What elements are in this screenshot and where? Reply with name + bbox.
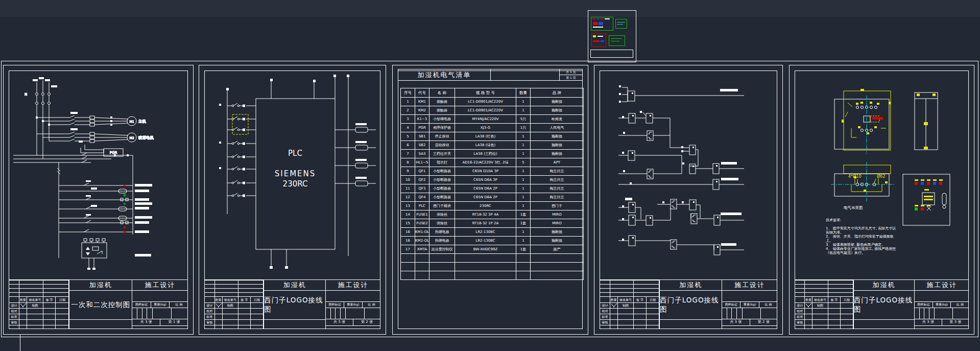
tb-label-sign: 签 字	[634, 297, 646, 303]
tb-label-standard: 标准	[795, 314, 805, 320]
tb-label-standard: 标准	[9, 314, 19, 320]
bom-row	[401, 254, 584, 263]
selection-highlight	[232, 114, 248, 134]
bom-row: 15FUSE2保险丝RT18-32 1P 2A1套MIRO	[401, 219, 584, 228]
tb-label-audit: 审核	[205, 320, 215, 325]
tb-label-standard: 标准	[600, 314, 610, 320]
tb-footer-cell	[854, 319, 914, 329]
tb-current-page: 第 3 张	[942, 319, 969, 325]
bom-row: 5SB1停止按钮LA38 (红色)1施耐德	[401, 132, 584, 141]
note-line: 2、 按钮、开关、指示灯均安装于箱体面板上。	[826, 235, 897, 243]
product-name: 加湿机	[264, 280, 325, 291]
tb-label-sign: 签 字	[43, 297, 56, 303]
bom-row: 10QF2小型断路器C65N D6A 3P1梅兰日兰	[401, 176, 584, 184]
note-line: 4、 箱体由专业厂家制造加工, 接线严格按照《低压电气规范》执行。	[826, 247, 897, 255]
tb-label-sign: 签 字	[238, 297, 250, 303]
leader-line	[20, 335, 20, 351]
preview-box-small-green	[615, 19, 627, 29]
sheet-2-siemens-logo-wiring: PLC SIEMENS 230RC	[199, 65, 386, 335]
panel-layout-indicators	[915, 179, 946, 210]
wire-number-labels	[135, 184, 152, 256]
tb-label-scale: 比 例	[951, 302, 969, 308]
tb-label-date: 日期	[250, 297, 263, 303]
tb-label-draw: 制图	[27, 303, 43, 309]
tb-label-mark: 图样标记	[326, 302, 344, 308]
bom-row: 14FUSE1保险丝RT18-32 3P 4A1套MIRO	[401, 210, 584, 219]
title-block: 数量 修改单号 签 字 日期 设计 制图 校对 标准	[795, 279, 969, 329]
signature-mark	[19, 303, 27, 308]
design-stage: 施工设计	[326, 280, 380, 291]
sheet-title: 一次和二次控制图	[69, 291, 132, 319]
tb-label-proof: 校对	[600, 309, 610, 314]
bom-table: 序号代号 名 称规 格 型 号 数量品 牌 1KM1接触器LC1-D0901/A…	[400, 88, 584, 280]
bom-row: 12QF4小型断路器C65N D6A 2P1梅兰日兰	[401, 193, 584, 202]
signature-mark	[805, 303, 812, 308]
cabinet-front-door	[842, 89, 891, 150]
bom-total-pages: 共 1 页	[560, 69, 582, 75]
bom-row: 6SB2启动按钮LA38 (绿色)1施耐德	[401, 141, 584, 150]
design-stage: 施工设计	[722, 280, 777, 291]
tb-label-proof: 校对	[205, 309, 215, 314]
revision-block: 数量 修改单号 签 字 日期 设计 制图 校对 标准	[600, 280, 660, 329]
bom-row: 16KM1-OL热继电器LR2-1308C1施耐德	[401, 228, 584, 237]
note-line: 1、 图中安装尺寸均为开孔尺寸, 实际尺寸以实物为准。	[826, 226, 897, 235]
tb-label-design: 设计	[9, 303, 19, 309]
bom-row: 13PLC西门子模块230RC1西门子	[401, 202, 584, 210]
tb-current-page: 第 2 张	[353, 319, 380, 325]
notes-title: 技术要求:	[826, 218, 897, 222]
tb-label-proof: 校对	[9, 309, 19, 314]
red-indicator-dot	[124, 231, 126, 233]
sheet-5-siemens-logo-wiring: 4*Ø10 Ø62	[789, 65, 974, 335]
tb-footer-cell	[69, 319, 132, 329]
sheet-title: 西门子LOGO接线图	[264, 291, 325, 319]
tb-label-audit: 审核	[795, 320, 805, 325]
title-block: 数量 修改单号 签 字 日期 设计 制图 校对 标准	[600, 279, 777, 329]
tb-current-page: 第 1 张	[160, 319, 188, 325]
tb-label-mark: 图样标记	[915, 302, 933, 308]
tb-label-weight: 重量(kg)	[151, 302, 170, 308]
cad-canvas: { "app": { "colors": {"background":"#222…	[0, 0, 980, 351]
revision-block: 数量 修改单号 签 字 日期 设计 制图 校对 标准	[9, 280, 69, 329]
tb-label-changeno: 修改单号	[222, 297, 238, 303]
sheet-2-plc-drawing: PLC SIEMENS 230RC	[205, 71, 381, 279]
tb-label-changeno: 修改单号	[617, 297, 633, 303]
tb-footer-cell	[264, 319, 325, 329]
tb-label-scale: 比 例	[170, 302, 188, 308]
tb-label-date: 日期	[56, 297, 69, 303]
tb-label-mark: 图样标记	[722, 302, 740, 308]
motor2-name: 喷雾电机	[138, 135, 154, 140]
tb-footer-cell	[660, 319, 722, 329]
bom-row	[401, 271, 584, 280]
svg-text:Ø62: Ø62	[877, 174, 885, 179]
bom-row: 7SA3三档位开关LA38 (三档位)1施耐德	[401, 150, 584, 158]
sheet-4-logic-drawing	[600, 71, 778, 279]
plc-brand-label: SIEMENS	[275, 169, 316, 178]
tb-mark-cells	[915, 308, 969, 319]
layout-caption: 电气布置图	[844, 205, 863, 210]
tb-mark-cells	[326, 308, 380, 319]
motor1-label: M1	[130, 120, 134, 123]
title-block: 数量 修改单号 签 字 日期 设计 制图 校对 标准	[9, 279, 188, 329]
tb-current-page: 第 2 张	[750, 319, 777, 325]
motor1-name: 主机	[138, 119, 147, 124]
revision-block: 数量 修改单号 签 字 日期 设计 制图 校对 标准	[204, 280, 264, 329]
bom-row: 17XMTA温湿度控制仪BW-XHDC99Z1套国产	[401, 245, 584, 254]
tb-label-qty: 数量	[19, 297, 27, 303]
bom-row: 1KM1接触器LC1-D0901/AC220V1施耐德	[401, 98, 584, 106]
bom-title: 加湿机电气清单	[398, 69, 491, 80]
tb-total-pages: 共 3 张	[132, 319, 160, 325]
tb-total-pages: 共 3 张	[915, 319, 942, 325]
tb-label-draw: 制图	[812, 303, 828, 309]
tb-label-qty: 数量	[610, 297, 617, 303]
layout-preview	[588, 10, 636, 62]
tb-total-pages: 共 3 张	[722, 319, 750, 325]
tb-label-qty: 数量	[214, 297, 222, 303]
tb-label-scale: 比 例	[759, 302, 777, 308]
tb-label-date: 日期	[840, 297, 853, 303]
bom-header-row: 序号代号 名 称规 格 型 号 数量品 牌	[401, 88, 584, 98]
tb-label-weight: 重量(kg)	[344, 302, 363, 308]
breaker-handle	[872, 117, 883, 120]
tb-total-pages: 共 3 张	[326, 319, 353, 325]
preview-box-green	[591, 17, 613, 31]
tb-label-design: 设计	[795, 303, 805, 309]
